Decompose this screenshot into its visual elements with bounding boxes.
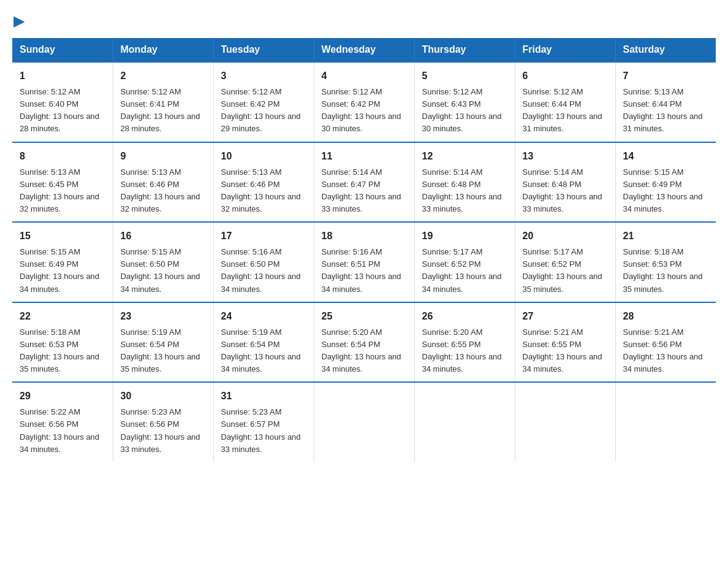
day-info: Sunrise: 5:14 AMSunset: 6:48 PMDaylight:…: [523, 166, 608, 216]
day-info: Sunrise: 5:13 AMSunset: 6:46 PMDaylight:…: [121, 166, 206, 216]
calendar-body: 1Sunrise: 5:12 AMSunset: 6:40 PMDaylight…: [12, 62, 716, 462]
calendar-cell: 24Sunrise: 5:19 AMSunset: 6:54 PMDayligh…: [213, 302, 314, 383]
calendar-cell: 22Sunrise: 5:18 AMSunset: 6:53 PMDayligh…: [12, 302, 113, 383]
day-info: Sunrise: 5:13 AMSunset: 6:46 PMDaylight:…: [221, 166, 306, 216]
calendar-cell: [314, 382, 414, 462]
calendar-cell: 4Sunrise: 5:12 AMSunset: 6:42 PMDaylight…: [314, 62, 414, 142]
weekday-header-wednesday: Wednesday: [314, 38, 414, 62]
day-number: 8: [20, 149, 105, 164]
day-info: Sunrise: 5:21 AMSunset: 6:56 PMDaylight:…: [623, 326, 709, 376]
weekday-header-saturday: Saturday: [615, 38, 716, 62]
day-info: Sunrise: 5:14 AMSunset: 6:48 PMDaylight:…: [422, 166, 507, 216]
calendar-cell: 8Sunrise: 5:13 AMSunset: 6:45 PMDaylight…: [12, 142, 113, 223]
day-number: 18: [322, 229, 407, 243]
calendar-cell: 12Sunrise: 5:14 AMSunset: 6:48 PMDayligh…: [414, 142, 515, 223]
day-info: Sunrise: 5:23 AMSunset: 6:57 PMDaylight:…: [221, 406, 306, 456]
day-info: Sunrise: 5:18 AMSunset: 6:53 PMDaylight:…: [20, 326, 105, 376]
day-info: Sunrise: 5:15 AMSunset: 6:49 PMDaylight:…: [20, 246, 105, 296]
day-number: 11: [322, 149, 407, 164]
calendar-cell: 2Sunrise: 5:12 AMSunset: 6:41 PMDaylight…: [113, 62, 213, 142]
day-number: 19: [422, 229, 507, 243]
calendar-header: SundayMondayTuesdayWednesdayThursdayFrid…: [12, 38, 716, 62]
calendar-cell: 3Sunrise: 5:12 AMSunset: 6:42 PMDaylight…: [213, 62, 314, 142]
calendar-cell: 10Sunrise: 5:13 AMSunset: 6:46 PMDayligh…: [213, 142, 314, 223]
day-info: Sunrise: 5:20 AMSunset: 6:55 PMDaylight:…: [422, 326, 507, 376]
day-info: Sunrise: 5:23 AMSunset: 6:56 PMDaylight:…: [121, 406, 206, 456]
calendar-cell: 20Sunrise: 5:17 AMSunset: 6:52 PMDayligh…: [515, 222, 615, 302]
day-info: Sunrise: 5:12 AMSunset: 6:42 PMDaylight:…: [322, 86, 407, 136]
calendar-cell: 18Sunrise: 5:16 AMSunset: 6:51 PMDayligh…: [314, 222, 414, 302]
day-number: 6: [523, 69, 608, 83]
day-info: Sunrise: 5:19 AMSunset: 6:54 PMDaylight:…: [121, 326, 206, 376]
day-info: Sunrise: 5:21 AMSunset: 6:55 PMDaylight:…: [523, 326, 608, 376]
calendar-cell: 17Sunrise: 5:16 AMSunset: 6:50 PMDayligh…: [213, 222, 314, 302]
calendar-cell: 23Sunrise: 5:19 AMSunset: 6:54 PMDayligh…: [113, 302, 213, 383]
day-number: 17: [221, 229, 306, 243]
day-info: Sunrise: 5:12 AMSunset: 6:42 PMDaylight:…: [221, 86, 306, 136]
day-number: 27: [523, 309, 608, 324]
day-info: Sunrise: 5:22 AMSunset: 6:56 PMDaylight:…: [20, 406, 105, 456]
calendar-cell: 25Sunrise: 5:20 AMSunset: 6:54 PMDayligh…: [314, 302, 414, 383]
day-number: 23: [121, 309, 206, 324]
day-number: 26: [422, 309, 507, 324]
day-info: Sunrise: 5:12 AMSunset: 6:44 PMDaylight:…: [523, 86, 608, 136]
day-info: Sunrise: 5:13 AMSunset: 6:45 PMDaylight:…: [20, 166, 105, 216]
calendar-cell: 28Sunrise: 5:21 AMSunset: 6:56 PMDayligh…: [615, 302, 716, 383]
day-info: Sunrise: 5:15 AMSunset: 6:49 PMDaylight:…: [623, 166, 709, 216]
calendar-cell: 27Sunrise: 5:21 AMSunset: 6:55 PMDayligh…: [515, 302, 615, 383]
day-number: 2: [121, 69, 206, 83]
calendar-cell: [515, 382, 615, 462]
day-number: 13: [523, 149, 608, 164]
day-number: 21: [623, 229, 709, 243]
day-number: 20: [523, 229, 608, 243]
day-number: 3: [221, 69, 306, 83]
day-info: Sunrise: 5:15 AMSunset: 6:50 PMDaylight:…: [121, 246, 206, 296]
calendar-cell: 13Sunrise: 5:14 AMSunset: 6:48 PMDayligh…: [515, 142, 615, 223]
calendar-cell: 29Sunrise: 5:22 AMSunset: 6:56 PMDayligh…: [12, 382, 113, 462]
day-number: 5: [422, 69, 507, 83]
calendar-cell: 11Sunrise: 5:14 AMSunset: 6:47 PMDayligh…: [314, 142, 414, 223]
day-number: 7: [623, 69, 709, 83]
day-info: Sunrise: 5:20 AMSunset: 6:54 PMDaylight:…: [322, 326, 407, 376]
day-info: Sunrise: 5:16 AMSunset: 6:50 PMDaylight:…: [221, 246, 306, 296]
weekday-header-row: SundayMondayTuesdayWednesdayThursdayFrid…: [12, 38, 716, 62]
day-number: 31: [221, 389, 306, 404]
day-number: 1: [20, 69, 105, 83]
weekday-header-friday: Friday: [515, 38, 615, 62]
calendar-cell: 1Sunrise: 5:12 AMSunset: 6:40 PMDaylight…: [12, 62, 113, 142]
calendar-week-row: 15Sunrise: 5:15 AMSunset: 6:49 PMDayligh…: [12, 222, 716, 302]
day-info: Sunrise: 5:17 AMSunset: 6:52 PMDaylight:…: [422, 246, 507, 296]
day-number: 14: [623, 149, 709, 164]
day-number: 24: [221, 309, 306, 324]
page-header: ▶: [12, 12, 716, 27]
weekday-header-monday: Monday: [113, 38, 213, 62]
day-info: Sunrise: 5:12 AMSunset: 6:43 PMDaylight:…: [422, 86, 507, 136]
calendar-cell: [414, 382, 515, 462]
weekday-header-thursday: Thursday: [414, 38, 515, 62]
day-number: 10: [221, 149, 306, 164]
day-number: 4: [322, 69, 407, 83]
day-number: 28: [623, 309, 709, 324]
weekday-header-sunday: Sunday: [12, 38, 113, 62]
logo-arrow-icon: ▶: [13, 13, 25, 28]
calendar-cell: 14Sunrise: 5:15 AMSunset: 6:49 PMDayligh…: [615, 142, 716, 223]
day-info: Sunrise: 5:16 AMSunset: 6:51 PMDaylight:…: [322, 246, 407, 296]
day-number: 12: [422, 149, 507, 164]
calendar-cell: 30Sunrise: 5:23 AMSunset: 6:56 PMDayligh…: [113, 382, 213, 462]
day-info: Sunrise: 5:12 AMSunset: 6:41 PMDaylight:…: [121, 86, 206, 136]
calendar-cell: 9Sunrise: 5:13 AMSunset: 6:46 PMDaylight…: [113, 142, 213, 223]
calendar-cell: 5Sunrise: 5:12 AMSunset: 6:43 PMDaylight…: [414, 62, 515, 142]
day-info: Sunrise: 5:14 AMSunset: 6:47 PMDaylight:…: [322, 166, 407, 216]
day-number: 15: [20, 229, 105, 243]
calendar-table: SundayMondayTuesdayWednesdayThursdayFrid…: [12, 38, 716, 462]
day-info: Sunrise: 5:18 AMSunset: 6:53 PMDaylight:…: [623, 246, 709, 296]
logo: ▶: [12, 12, 25, 27]
day-info: Sunrise: 5:19 AMSunset: 6:54 PMDaylight:…: [221, 326, 306, 376]
calendar-week-row: 29Sunrise: 5:22 AMSunset: 6:56 PMDayligh…: [12, 382, 716, 462]
calendar-week-row: 22Sunrise: 5:18 AMSunset: 6:53 PMDayligh…: [12, 302, 716, 383]
calendar-cell: [615, 382, 716, 462]
calendar-cell: 16Sunrise: 5:15 AMSunset: 6:50 PMDayligh…: [113, 222, 213, 302]
day-number: 29: [20, 389, 105, 404]
calendar-week-row: 8Sunrise: 5:13 AMSunset: 6:45 PMDaylight…: [12, 142, 716, 223]
day-number: 9: [121, 149, 206, 164]
